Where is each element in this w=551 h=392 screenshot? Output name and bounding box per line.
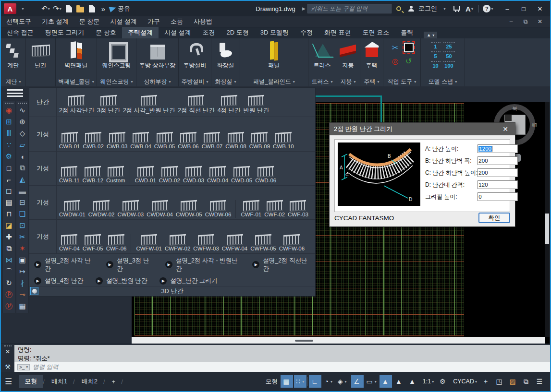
fullscreen-button[interactable]: ⧉▾	[520, 375, 533, 388]
box-3d-icon[interactable]: ▱	[17, 139, 28, 151]
cut-icon[interactable]: ✂	[17, 231, 28, 243]
railing-type-item[interactable]: 2점 사각_반원 난간	[122, 95, 176, 115]
railing-preset-item[interactable]: CWB-03	[105, 132, 129, 150]
ribbon-tab[interactable]: 조경	[197, 27, 221, 38]
snap-scale-button[interactable]: 50	[443, 51, 455, 60]
axis-settings-icon[interactable]: ⚙	[3, 151, 15, 162]
autodesk-app-icon[interactable]: A▾	[464, 3, 475, 14]
field-input[interactable]: 0	[478, 192, 518, 201]
panel-name-bathroom[interactable]: 화장실▾	[211, 77, 240, 86]
app-logo-caret[interactable]: ▾	[17, 3, 28, 14]
model-space-button[interactable]: 모형▾	[263, 375, 280, 388]
railing-preset-item[interactable]: CWB-11	[58, 166, 81, 184]
railing-preset-item[interactable]: CWF-05	[81, 234, 105, 252]
more-chevron-icon[interactable]: »▾	[98, 3, 109, 14]
railing-preset-item[interactable]: CWF-04	[58, 234, 81, 252]
railing-preset-item[interactable]: CWD-01	[130, 166, 158, 184]
railing-type-item[interactable]: 반원 난간	[242, 95, 270, 115]
panel-name-roof[interactable]: 지붕▾	[336, 77, 360, 86]
railing-preset-item[interactable]: CWD-04	[206, 166, 230, 184]
field-input[interactable]: 200	[478, 156, 518, 165]
login-button[interactable]: 로그인	[418, 4, 437, 13]
menu-item[interactable]: 기초 설계	[37, 17, 74, 26]
vertical-scroll-thumb[interactable]	[545, 214, 549, 244]
bracket-icon[interactable]: ⊓	[3, 208, 15, 220]
open-icon[interactable]: ▾	[75, 3, 86, 14]
layout-tab[interactable]: +	[106, 376, 122, 388]
railing-preset-item[interactable]: CWB-02	[81, 132, 105, 150]
command-input[interactable]: >_▾ 명령 입력	[14, 362, 550, 372]
horizontal-scroll-thumb[interactable]	[295, 340, 313, 342]
ribbon-tab[interactable]: 평면도 그리기	[39, 27, 90, 38]
undo-icon[interactable]: ↶▾	[40, 3, 51, 14]
panel-name-cabinet[interactable]: 상하부장▾	[136, 77, 178, 86]
login-caret[interactable]: ▾	[439, 3, 450, 14]
polygon-icon[interactable]: ◇	[17, 128, 28, 139]
railing-preset-item[interactable]: CWB-10	[271, 132, 295, 150]
plot-icon[interactable]: ▾	[63, 3, 74, 14]
railing-preset-item[interactable]: CWF-01	[235, 200, 263, 218]
doc-close-button[interactable]: ✕	[533, 17, 547, 26]
break-line-icon[interactable]: ∤	[17, 277, 28, 289]
panel-button[interactable]: 패널	[240, 38, 308, 77]
ribbon-collapse-button[interactable]: ▲▾	[424, 32, 437, 38]
eraser-icon[interactable]: ◪	[3, 220, 15, 231]
app-logo[interactable]: A	[4, 3, 16, 14]
snap-mode-toggle[interactable]: ∷▾	[294, 375, 306, 388]
app-store-cart-icon[interactable]	[452, 3, 462, 14]
railing-preset-item[interactable]: CWF-06	[105, 234, 128, 252]
layout-tab[interactable]: 배치2	[76, 375, 103, 388]
polyline-edit-icon[interactable]: Ⓟ	[3, 289, 15, 300]
toolbar-grip[interactable]	[5, 103, 13, 104]
room-outline-icon[interactable]: □	[3, 162, 15, 174]
extend-icon[interactable]: ↦	[17, 266, 28, 277]
tool-palette-menu-icon[interactable]	[7, 89, 23, 97]
ribbon-tab[interactable]: 3D 모델링	[255, 27, 294, 38]
help-link[interactable]: ▶설명_4점 난간	[34, 277, 83, 285]
ribbon-tab[interactable]: 문 창호	[90, 27, 122, 38]
stamp-icon[interactable]: ▣	[17, 254, 28, 266]
command-history[interactable]: 명령: 명령: *취소*	[14, 345, 550, 363]
railing-preset-item[interactable]: CWB-06	[176, 132, 200, 150]
ribbon-tab[interactable]: 수정	[294, 27, 318, 38]
scissors-icon[interactable]: ✂	[390, 42, 401, 53]
workspace-gear-icon[interactable]: ⚙▾	[437, 375, 449, 388]
menu-item[interactable]: 문 창문	[74, 17, 105, 26]
menu-item[interactable]: 가구	[142, 17, 165, 26]
spline-icon[interactable]: ∿	[17, 105, 28, 116]
rotate-tool-icon[interactable]: ↺	[403, 55, 415, 67]
railing-preset-item[interactable]: CWFW-06	[278, 234, 306, 252]
isoplane-toggle[interactable]: ◈▾	[336, 375, 349, 388]
grid-display-toggle[interactable]: ▦▾	[281, 375, 293, 388]
fillet-edge-icon[interactable]: ❏	[17, 208, 28, 220]
stretch-icon[interactable]: ⊸	[17, 289, 28, 300]
railing-preset-item[interactable]: CWFW-03	[192, 234, 220, 252]
railing-preset-item[interactable]: CWDW-05	[174, 200, 204, 218]
object-snap-3d-toggle[interactable]: ▲▾	[393, 375, 405, 388]
railing-preset-item[interactable]: CWDW-02	[87, 200, 116, 218]
clean-screen-button[interactable]: ▨▾	[507, 375, 519, 388]
menu-item[interactable]: 사용법	[188, 17, 218, 26]
object-snap-toggle[interactable]: ▲▾	[380, 375, 392, 388]
intersect-icon[interactable]: ⊟	[17, 197, 28, 208]
stamp-tool-icon[interactable]	[403, 42, 415, 53]
snap-scale-button[interactable]: 5	[431, 51, 441, 60]
divider-1[interactable]: ▾	[307, 377, 308, 386]
house-button[interactable]: 주택	[360, 38, 383, 77]
ribbon-tab[interactable]: 신속 접근	[1, 27, 39, 38]
copy-icon[interactable]: ⧉	[3, 243, 15, 254]
snap-scale-button[interactable]: 1	[431, 42, 441, 50]
dynamic-input-toggle[interactable]: ∠▾	[351, 375, 364, 388]
kitchen-cabinet-button[interactable]: 주방 상하부장	[136, 38, 178, 77]
ribbon-tab[interactable]: 출력	[395, 27, 419, 38]
help-link[interactable]: ▶설명_2점 직선난간	[252, 257, 310, 273]
command-grip[interactable]	[4, 345, 12, 346]
railing-preset-item[interactable]: CWB-08	[224, 132, 247, 150]
polyline-edit-alt-icon[interactable]: Ⓟ	[3, 300, 15, 312]
selection-cycling-toggle[interactable]: ▭▾	[365, 375, 379, 388]
search-input[interactable]: 키워드 또는 구절 입력	[307, 4, 392, 13]
loft-icon[interactable]: ◖	[17, 151, 28, 162]
command-prompt-icon[interactable]: >_▾	[17, 364, 30, 370]
doc-restore-button[interactable]: ⧉	[518, 17, 533, 26]
dialog-close-icon[interactable]: ✕	[500, 125, 511, 133]
